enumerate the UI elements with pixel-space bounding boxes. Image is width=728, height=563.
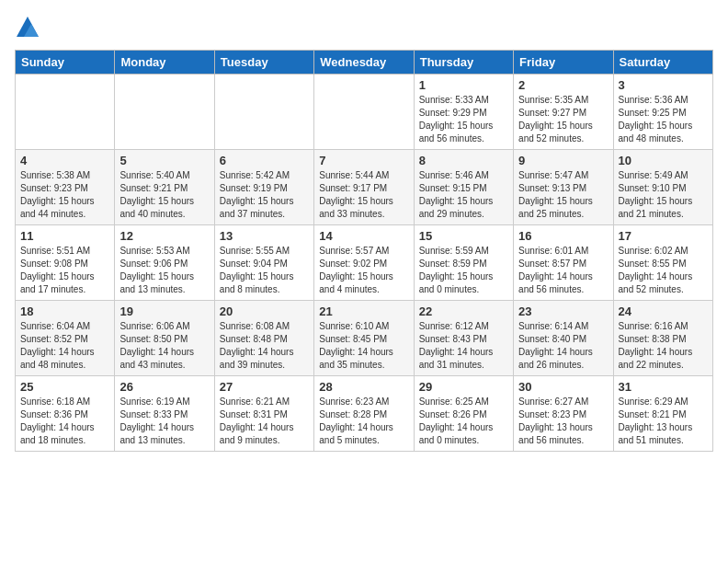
day-info: Sunrise: 6:23 AM Sunset: 8:28 PM Dayligh… [319, 396, 408, 447]
calendar-cell: 3Sunrise: 5:36 AM Sunset: 9:25 PM Daylig… [613, 75, 712, 150]
day-info: Sunrise: 5:46 AM Sunset: 9:15 PM Dayligh… [419, 169, 508, 221]
day-info: Sunrise: 6:18 AM Sunset: 8:36 PM Dayligh… [20, 396, 109, 447]
day-number: 17 [619, 229, 708, 243]
day-info: Sunrise: 6:27 AM Sunset: 8:23 PM Dayligh… [518, 396, 608, 447]
calendar-cell: 22Sunrise: 6:12 AM Sunset: 8:43 PM Dayli… [414, 301, 513, 376]
calendar-cell: 9Sunrise: 5:47 AM Sunset: 9:13 PM Daylig… [514, 150, 613, 225]
day-info: Sunrise: 5:33 AM Sunset: 9:29 PM Dayligh… [419, 94, 508, 145]
day-info: Sunrise: 5:42 AM Sunset: 9:19 PM Dayligh… [220, 169, 309, 221]
day-number: 11 [20, 229, 109, 243]
calendar-header-row: SundayMondayTuesdayWednesdayThursdayFrid… [16, 51, 713, 75]
day-number: 23 [518, 304, 608, 318]
calendar-cell: 6Sunrise: 5:42 AM Sunset: 9:19 PM Daylig… [214, 150, 313, 225]
calendar-cell: 7Sunrise: 5:44 AM Sunset: 9:17 PM Daylig… [314, 150, 414, 225]
calendar-cell: 13Sunrise: 5:55 AM Sunset: 9:04 PM Dayli… [214, 225, 313, 301]
day-header-monday: Monday [115, 51, 214, 75]
calendar-cell: 20Sunrise: 6:08 AM Sunset: 8:48 PM Dayli… [214, 301, 313, 376]
day-info: Sunrise: 5:36 AM Sunset: 9:25 PM Dayligh… [619, 94, 708, 145]
day-number: 26 [119, 380, 209, 394]
day-number: 21 [319, 304, 408, 318]
day-number: 30 [518, 380, 608, 394]
calendar-cell: 12Sunrise: 5:53 AM Sunset: 9:06 PM Dayli… [115, 225, 214, 301]
day-info: Sunrise: 6:14 AM Sunset: 8:40 PM Dayligh… [518, 320, 608, 372]
day-info: Sunrise: 5:47 AM Sunset: 9:13 PM Dayligh… [518, 169, 608, 221]
day-info: Sunrise: 6:19 AM Sunset: 8:33 PM Dayligh… [119, 396, 209, 447]
calendar-cell: 27Sunrise: 6:21 AM Sunset: 8:31 PM Dayli… [214, 376, 313, 452]
day-number: 3 [619, 78, 708, 92]
day-number: 31 [619, 380, 708, 394]
calendar-week-4: 18Sunrise: 6:04 AM Sunset: 8:52 PM Dayli… [16, 301, 713, 376]
calendar-cell [115, 75, 214, 150]
day-number: 29 [419, 380, 508, 394]
calendar-cell: 21Sunrise: 6:10 AM Sunset: 8:45 PM Dayli… [314, 301, 414, 376]
day-header-tuesday: Tuesday [214, 51, 313, 75]
calendar-cell: 28Sunrise: 6:23 AM Sunset: 8:28 PM Dayli… [314, 376, 414, 452]
calendar-cell: 2Sunrise: 5:35 AM Sunset: 9:27 PM Daylig… [514, 75, 613, 150]
day-info: Sunrise: 5:44 AM Sunset: 9:17 PM Dayligh… [319, 169, 408, 221]
calendar-week-5: 25Sunrise: 6:18 AM Sunset: 8:36 PM Dayli… [16, 376, 713, 452]
day-number: 25 [20, 380, 109, 394]
calendar-cell: 8Sunrise: 5:46 AM Sunset: 9:15 PM Daylig… [414, 150, 513, 225]
day-info: Sunrise: 5:59 AM Sunset: 8:59 PM Dayligh… [419, 245, 508, 296]
day-info: Sunrise: 6:02 AM Sunset: 8:55 PM Dayligh… [619, 245, 708, 296]
calendar-cell: 1Sunrise: 5:33 AM Sunset: 9:29 PM Daylig… [414, 75, 513, 150]
day-header-friday: Friday [514, 51, 613, 75]
day-info: Sunrise: 6:25 AM Sunset: 8:26 PM Dayligh… [419, 396, 508, 447]
day-info: Sunrise: 5:57 AM Sunset: 9:02 PM Dayligh… [319, 245, 408, 296]
day-number: 20 [220, 304, 309, 318]
day-number: 7 [319, 154, 408, 167]
calendar-week-1: 1Sunrise: 5:33 AM Sunset: 9:29 PM Daylig… [16, 75, 713, 150]
day-number: 18 [20, 304, 109, 318]
day-header-wednesday: Wednesday [314, 51, 414, 75]
calendar-cell [214, 75, 313, 150]
logo [15, 15, 42, 40]
calendar-cell: 23Sunrise: 6:14 AM Sunset: 8:40 PM Dayli… [514, 301, 613, 376]
day-number: 8 [419, 154, 508, 167]
calendar-cell [314, 75, 414, 150]
day-number: 28 [319, 380, 408, 394]
calendar-week-3: 11Sunrise: 5:51 AM Sunset: 9:08 PM Dayli… [16, 225, 713, 301]
calendar-cell: 11Sunrise: 5:51 AM Sunset: 9:08 PM Dayli… [16, 225, 115, 301]
day-header-saturday: Saturday [613, 51, 712, 75]
day-number: 16 [518, 229, 608, 243]
day-number: 22 [419, 304, 508, 318]
day-info: Sunrise: 6:12 AM Sunset: 8:43 PM Dayligh… [419, 320, 508, 372]
day-number: 19 [119, 304, 209, 318]
day-number: 6 [220, 154, 309, 167]
day-info: Sunrise: 6:10 AM Sunset: 8:45 PM Dayligh… [319, 320, 408, 372]
calendar-cell: 29Sunrise: 6:25 AM Sunset: 8:26 PM Dayli… [414, 376, 513, 452]
day-number: 10 [619, 154, 708, 167]
calendar-cell [16, 75, 115, 150]
day-number: 15 [419, 229, 508, 243]
calendar-cell: 15Sunrise: 5:59 AM Sunset: 8:59 PM Dayli… [414, 225, 513, 301]
day-info: Sunrise: 5:49 AM Sunset: 9:10 PM Dayligh… [619, 169, 708, 221]
day-number: 9 [518, 154, 608, 167]
calendar-body: 1Sunrise: 5:33 AM Sunset: 9:29 PM Daylig… [16, 75, 713, 452]
day-info: Sunrise: 6:01 AM Sunset: 8:57 PM Dayligh… [518, 245, 608, 296]
calendar-cell: 17Sunrise: 6:02 AM Sunset: 8:55 PM Dayli… [613, 225, 712, 301]
day-info: Sunrise: 6:21 AM Sunset: 8:31 PM Dayligh… [220, 396, 309, 447]
logo-icon [15, 15, 40, 40]
day-info: Sunrise: 6:04 AM Sunset: 8:52 PM Dayligh… [20, 320, 109, 372]
day-number: 1 [419, 78, 508, 92]
calendar-cell: 26Sunrise: 6:19 AM Sunset: 8:33 PM Dayli… [115, 376, 214, 452]
day-info: Sunrise: 6:29 AM Sunset: 8:21 PM Dayligh… [619, 396, 708, 447]
day-info: Sunrise: 5:51 AM Sunset: 9:08 PM Dayligh… [20, 245, 109, 296]
calendar-cell: 25Sunrise: 6:18 AM Sunset: 8:36 PM Dayli… [16, 376, 115, 452]
day-info: Sunrise: 6:06 AM Sunset: 8:50 PM Dayligh… [119, 320, 209, 372]
day-info: Sunrise: 5:40 AM Sunset: 9:21 PM Dayligh… [119, 169, 209, 221]
day-number: 12 [119, 229, 209, 243]
calendar-cell: 30Sunrise: 6:27 AM Sunset: 8:23 PM Dayli… [514, 376, 613, 452]
day-number: 14 [319, 229, 408, 243]
calendar-cell: 18Sunrise: 6:04 AM Sunset: 8:52 PM Dayli… [16, 301, 115, 376]
calendar-cell: 4Sunrise: 5:38 AM Sunset: 9:23 PM Daylig… [16, 150, 115, 225]
day-number: 2 [518, 78, 608, 92]
day-number: 24 [619, 304, 708, 318]
day-header-thursday: Thursday [414, 51, 513, 75]
calendar-cell: 31Sunrise: 6:29 AM Sunset: 8:21 PM Dayli… [613, 376, 712, 452]
calendar-cell: 5Sunrise: 5:40 AM Sunset: 9:21 PM Daylig… [115, 150, 214, 225]
calendar-cell: 14Sunrise: 5:57 AM Sunset: 9:02 PM Dayli… [314, 225, 414, 301]
day-number: 13 [220, 229, 309, 243]
calendar-cell: 19Sunrise: 6:06 AM Sunset: 8:50 PM Dayli… [115, 301, 214, 376]
calendar-cell: 24Sunrise: 6:16 AM Sunset: 8:38 PM Dayli… [613, 301, 712, 376]
